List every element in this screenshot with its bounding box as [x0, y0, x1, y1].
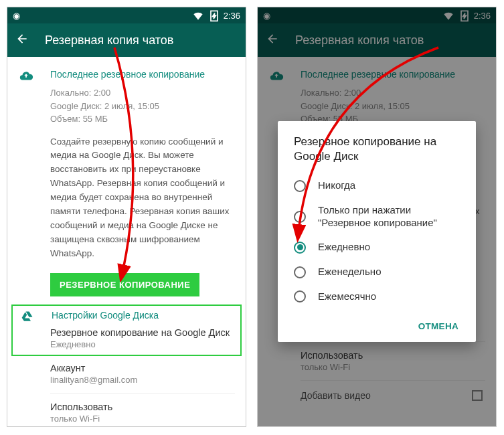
app-bar: Резервная копия чатов: [7, 23, 246, 57]
backup-size: Объем: 55 МБ: [50, 112, 235, 126]
use-value: только Wi-Fi: [50, 414, 235, 424]
backup-frequency-dialog: Резервное копирование на Google Диск Ник…: [278, 121, 476, 342]
account-value: linalityan8@gmail.com: [50, 375, 235, 385]
radio-icon[interactable]: [294, 211, 306, 223]
radio-icon-selected[interactable]: [294, 242, 306, 254]
backup-frequency-row[interactable]: Резервное копирование на Google Диск Еже…: [18, 326, 235, 349]
backup-button[interactable]: РЕЗЕРВНОЕ КОПИРОВАНИЕ: [50, 273, 199, 296]
last-backup-title: Последнее резервное копирование: [50, 69, 205, 80]
backup-description: Создайте резервную копию сообщений и мед…: [7, 126, 246, 270]
phone-left: ◉ 2:36 Резервная копия чатов Последнее р…: [7, 7, 246, 427]
option-daily[interactable]: Ежедневно: [294, 235, 465, 260]
option-label: Только при нажатии "Резервное копировани…: [318, 204, 465, 230]
back-icon[interactable]: [15, 32, 29, 48]
dialog-title: Резервное копирование на Google Диск: [294, 135, 465, 164]
radio-icon[interactable]: [294, 266, 306, 278]
drive-icon: [19, 310, 35, 323]
last-backup-header: Последнее резервное копирование: [7, 62, 246, 86]
phone-right: ◉ 2:36 Резервная копия чатов Последнее р…: [257, 7, 497, 427]
radio-icon[interactable]: [294, 180, 306, 192]
battery-icon: [207, 9, 221, 22]
radio-icon[interactable]: [294, 290, 306, 302]
option-weekly[interactable]: Еженедельно: [294, 260, 465, 284]
option-never[interactable]: Никогда: [294, 173, 465, 198]
status-bar: ◉ 2:36: [7, 7, 246, 23]
page-title: Резервная копия чатов: [45, 33, 173, 48]
backup-frequency-value: Ежедневно: [50, 339, 235, 349]
last-backup-info: Локально: 2:00 Google Диск: 2 июля, 15:0…: [7, 86, 246, 126]
option-on-tap[interactable]: Только при нажатии "Резервное копировани…: [294, 198, 465, 236]
use-row[interactable]: Использовать только Wi-Fi: [7, 395, 246, 427]
divider: [50, 393, 235, 394]
backup-drive: Google Диск: 2 июля, 15:05: [50, 100, 235, 113]
use-label: Использовать: [50, 402, 235, 412]
cancel-button[interactable]: ОТМЕНА: [412, 316, 465, 337]
option-label: Никогда: [318, 179, 355, 192]
backup-local: Локально: 2:00: [50, 86, 235, 100]
cloud-upload-icon: [18, 69, 34, 84]
drive-settings-title: Настройки Google Диска: [52, 310, 159, 321]
wifi-icon: [191, 9, 205, 22]
option-label: Ежедневно: [318, 241, 370, 254]
option-label: Ежемесячно: [318, 290, 376, 303]
account-row[interactable]: Аккаунт linalityan8@gmail.com: [7, 356, 246, 392]
backup-frequency-label: Резервное копирование на Google Диск: [50, 327, 235, 338]
account-label: Аккаунт: [50, 363, 235, 373]
recording-icon: ◉: [13, 11, 20, 21]
status-time: 2:36: [224, 11, 240, 21]
option-label: Еженедельно: [318, 266, 381, 278]
option-monthly[interactable]: Ежемесячно: [294, 284, 465, 309]
drive-settings-highlight: Настройки Google Диска Резервное копиров…: [11, 304, 242, 356]
